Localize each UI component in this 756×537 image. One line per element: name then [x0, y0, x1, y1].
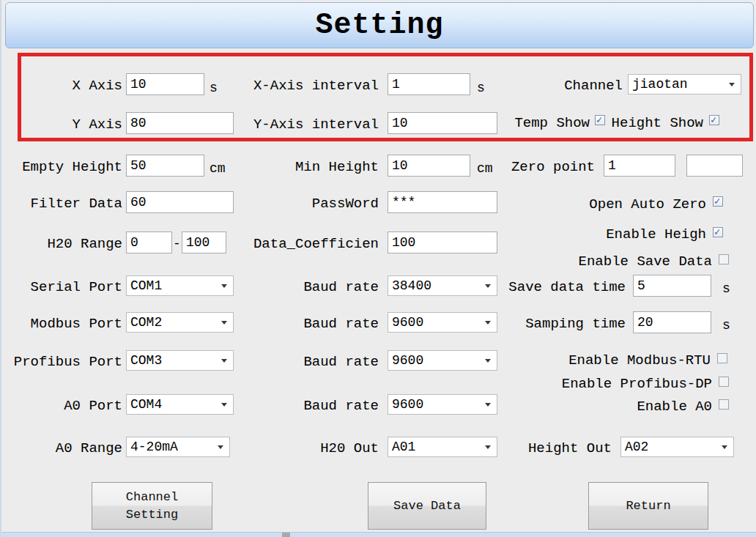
height-out-label: Height Out	[500, 440, 612, 457]
y-interval-label: Y-Axis interval	[243, 116, 379, 133]
modbus-port-value: COM2	[130, 314, 162, 331]
enable-save-data-checkbox[interactable]	[719, 254, 729, 264]
zero-point-input[interactable]	[604, 155, 675, 177]
chevron-down-icon	[485, 321, 491, 325]
serial-port-select[interactable]: COM1	[126, 275, 234, 296]
chevron-down-icon	[218, 445, 223, 449]
profibus-port-select[interactable]: COM3	[126, 350, 234, 371]
h20-out-label: H20 Out	[243, 440, 379, 457]
channel-label: Channel	[514, 77, 623, 95]
chevron-down-icon	[485, 284, 491, 288]
samping-time-label: Samping time	[500, 315, 626, 333]
window-resize-grip	[282, 533, 290, 537]
temp-show-label: Temp Show	[485, 114, 590, 132]
a0-port-label: A0 Port	[1, 397, 122, 415]
chevron-down-icon	[485, 403, 491, 407]
enable-modbus-rtu-label: Enable Modbus-RTU	[536, 352, 711, 369]
save-data-time-label: Save data time	[500, 278, 626, 296]
baud-rate-profibus-value: 9600	[392, 352, 423, 369]
channel-select[interactable]: jiaotan	[628, 74, 741, 95]
zero-point-secondary-input[interactable]	[686, 155, 743, 177]
enable-save-data-label: Enable Save Data	[558, 253, 712, 270]
chevron-down-icon	[485, 359, 491, 363]
x-interval-label: X-Axis interval	[243, 77, 379, 95]
password-input[interactable]	[388, 191, 497, 213]
enable-profibus-dp-label: Enable Profibus-DP	[536, 375, 712, 393]
setting-window: Setting X Axis s X-Axis interval s Chann…	[0, 0, 756, 537]
y-axis-input[interactable]	[126, 112, 234, 134]
h20-range-label: H20 Range	[1, 235, 122, 253]
y-interval-input[interactable]	[388, 112, 497, 134]
save-data-time-unit: s	[722, 281, 730, 297]
h20-out-select[interactable]: A01	[388, 437, 497, 457]
enable-profibus-dp-checkbox[interactable]	[719, 377, 729, 387]
temp-show-checkbox[interactable]	[595, 115, 605, 125]
enable-a0-checkbox[interactable]	[719, 399, 729, 410]
x-interval-unit: s	[477, 80, 485, 96]
empty-height-label: Empty Height	[1, 158, 122, 176]
chevron-down-icon	[221, 321, 227, 325]
chevron-down-icon	[221, 359, 227, 363]
height-out-value: A02	[625, 438, 648, 456]
baud-rate-a0-label: Baud rate	[243, 397, 379, 415]
a0-port-select[interactable]: COM4	[126, 394, 234, 415]
open-auto-zero-label: Open Auto Zero	[558, 196, 706, 213]
enable-a0-label: Enable A0	[558, 398, 712, 415]
save-data-button[interactable]: Save Data	[368, 482, 486, 530]
modbus-port-select[interactable]: COM2	[126, 312, 234, 333]
empty-height-unit: cm	[210, 160, 226, 177]
min-height-input[interactable]	[388, 155, 470, 177]
samping-time-input[interactable]	[633, 311, 711, 333]
x-axis-unit: s	[210, 80, 218, 96]
baud-rate-serial-value: 38400	[392, 277, 431, 295]
baud-rate-profibus-label: Baud rate	[243, 353, 379, 371]
a0-range-select[interactable]: 4-20mA	[126, 437, 230, 457]
chevron-down-icon	[221, 284, 227, 288]
height-show-label: Height Show	[609, 114, 703, 132]
data-coefficien-input[interactable]	[388, 232, 497, 253]
serial-port-value: COM1	[130, 277, 162, 295]
chevron-down-icon	[221, 403, 227, 407]
samping-time-unit: s	[722, 317, 730, 333]
baud-rate-profibus-select[interactable]: 9600	[388, 350, 497, 371]
modbus-port-label: Modbus Port	[1, 315, 122, 333]
filter-data-input[interactable]	[126, 191, 234, 213]
h20-range-separator: -	[173, 236, 181, 252]
h20-range-to-input[interactable]	[182, 232, 226, 253]
chevron-down-icon	[722, 445, 727, 449]
baud-rate-modbus-value: 9600	[392, 314, 423, 331]
a0-range-value: 4-20mA	[130, 438, 178, 456]
page-title: Setting	[6, 9, 753, 42]
enable-heigh-label: Enable Heigh	[558, 226, 706, 243]
y-axis-label: Y Axis	[1, 116, 122, 133]
save-data-time-input[interactable]	[633, 275, 711, 297]
return-button[interactable]: Return	[588, 482, 708, 530]
h20-out-value: A01	[392, 438, 415, 456]
channel-value: jiaotan	[632, 75, 688, 93]
zero-point-label: Zero point	[485, 158, 595, 176]
baud-rate-serial-label: Baud rate	[243, 278, 379, 296]
baud-rate-a0-select[interactable]: 9600	[388, 394, 497, 415]
h20-range-from-input[interactable]	[126, 232, 172, 253]
filter-data-label: Filter Data	[1, 195, 122, 212]
x-axis-input[interactable]	[126, 73, 204, 95]
height-out-select[interactable]: A02	[620, 437, 734, 457]
height-show-checkbox[interactable]	[709, 115, 719, 125]
x-interval-input[interactable]	[388, 73, 470, 95]
profibus-port-label: Profibus Port	[1, 353, 122, 371]
data-coefficien-label: Data_Coefficien	[243, 235, 379, 253]
baud-rate-modbus-label: Baud rate	[243, 315, 379, 333]
a0-range-label: A0 Range	[1, 440, 122, 457]
min-height-label: Min Height	[243, 158, 379, 176]
enable-modbus-rtu-checkbox[interactable]	[717, 353, 727, 363]
password-label: PassWord	[243, 195, 379, 212]
x-axis-label: X Axis	[1, 77, 122, 95]
baud-rate-modbus-select[interactable]: 9600	[388, 312, 497, 333]
a0-port-value: COM4	[130, 396, 162, 413]
enable-heigh-checkbox[interactable]	[713, 227, 723, 237]
channel-setting-button[interactable]: Channel Setting	[92, 482, 212, 530]
baud-rate-serial-select[interactable]: 38400	[388, 275, 497, 296]
chevron-down-icon	[729, 83, 735, 86]
empty-height-input[interactable]	[126, 155, 204, 177]
open-auto-zero-checkbox[interactable]	[713, 196, 723, 207]
